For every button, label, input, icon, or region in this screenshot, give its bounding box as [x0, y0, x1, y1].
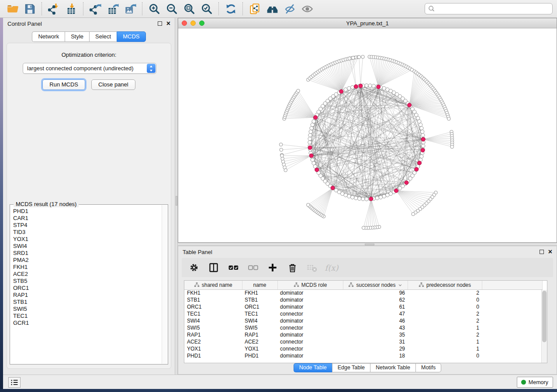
column-header-MCDS-role[interactable]: MCDS role: [277, 281, 343, 289]
result-list-scrollbar[interactable]: [162, 205, 167, 364]
deselect-all-icon[interactable]: [245, 260, 261, 275]
close-panel-button[interactable]: Close panel: [91, 79, 135, 90]
network-node[interactable]: [365, 197, 368, 201]
list-item[interactable]: GCR1: [13, 320, 168, 327]
dominator-node[interactable]: [405, 181, 408, 185]
tab-motifs[interactable]: Motifs: [415, 363, 441, 372]
zoom-fit-icon[interactable]: [180, 1, 198, 17]
dominator-node[interactable]: [315, 168, 319, 172]
network-node[interactable]: [361, 55, 365, 58]
network-node[interactable]: [450, 145, 454, 148]
tab-node-table[interactable]: Node Table: [294, 363, 332, 372]
close-panel-icon[interactable]: ×: [166, 21, 170, 26]
network-node[interactable]: [365, 84, 368, 87]
network-node[interactable]: [309, 130, 312, 133]
network-node[interactable]: [386, 193, 389, 197]
dominator-node[interactable]: [359, 84, 363, 88]
tab-edge-table[interactable]: Edge Table: [332, 363, 370, 372]
network-node[interactable]: [308, 141, 311, 144]
table-row[interactable]: SWI5SWI5connector431: [184, 324, 542, 331]
dominator-node[interactable]: [421, 138, 425, 141]
network-node[interactable]: [420, 155, 423, 158]
table-row[interactable]: TEC1TEC1connector472: [184, 310, 542, 317]
delete-column-icon[interactable]: [284, 260, 300, 275]
close-panel-icon[interactable]: ×: [548, 250, 552, 254]
vertical-splitter[interactable]: [175, 18, 178, 375]
network-node[interactable]: [311, 123, 314, 127]
network-node[interactable]: [357, 55, 361, 59]
network-node[interactable]: [279, 143, 283, 146]
table-settings-icon[interactable]: [186, 260, 202, 275]
network-node[interactable]: [310, 126, 313, 130]
list-item[interactable]: SRD1: [13, 250, 168, 257]
table-row[interactable]: FKH1FKH1dominator962: [184, 289, 542, 296]
network-node[interactable]: [352, 56, 355, 60]
export-table-icon[interactable]: [104, 1, 121, 17]
sort-menu-icon[interactable]: [398, 283, 402, 287]
dominator-node[interactable]: [331, 186, 335, 190]
list-item[interactable]: PMA2: [13, 257, 168, 264]
list-item[interactable]: STB1: [13, 299, 168, 306]
column-header-predecessor-nodes[interactable]: predecessor nodes: [408, 281, 482, 289]
network-node[interactable]: [375, 196, 379, 199]
export-image-icon[interactable]: [121, 1, 139, 17]
network-node[interactable]: [280, 148, 283, 151]
column-header-shared-name[interactable]: shared name: [184, 281, 242, 289]
dominator-node[interactable]: [314, 116, 318, 120]
table-scrollbar[interactable]: [541, 290, 547, 363]
horizontal-splitter[interactable]: [178, 243, 557, 246]
list-item[interactable]: YOX1: [13, 236, 168, 243]
dominator-node[interactable]: [377, 85, 381, 89]
import-network-icon[interactable]: [45, 1, 62, 17]
dominator-node[interactable]: [421, 148, 425, 152]
network-node[interactable]: [419, 123, 422, 127]
list-item[interactable]: RAP1: [13, 292, 168, 299]
import-table-icon[interactable]: [62, 1, 80, 17]
run-mcds-button[interactable]: Run MCDS: [42, 79, 85, 90]
dominator-node[interactable]: [418, 161, 422, 165]
list-item[interactable]: PHD1: [13, 208, 168, 215]
show-all-icon[interactable]: [298, 1, 316, 17]
network-node[interactable]: [382, 86, 386, 90]
tab-select[interactable]: Select: [89, 31, 117, 42]
table-row[interactable]: SWI4SWI4dominator462: [184, 317, 542, 324]
optimization-criterion-select[interactable]: largest connected component (undirected): [23, 63, 156, 74]
network-canvas[interactable]: [178, 28, 557, 242]
dominator-node[interactable]: [408, 103, 412, 107]
network-node[interactable]: [308, 134, 312, 137]
list-item[interactable]: TEC1: [13, 313, 168, 320]
memory-button[interactable]: Memory: [517, 377, 553, 388]
network-node[interactable]: [311, 158, 314, 162]
network-node[interactable]: [347, 86, 351, 90]
first-neighbors-icon[interactable]: [263, 1, 281, 17]
add-column-icon[interactable]: [265, 260, 280, 275]
dominator-node[interactable]: [354, 85, 358, 89]
network-node[interactable]: [350, 196, 354, 199]
list-item[interactable]: ACE2: [13, 271, 168, 278]
network-node[interactable]: [368, 84, 372, 87]
network-node[interactable]: [379, 196, 382, 199]
float-panel-icon[interactable]: [158, 21, 162, 26]
list-item[interactable]: ORC1: [13, 285, 168, 292]
hide-selection-icon[interactable]: [281, 1, 298, 17]
table-row[interactable]: PHD1PHD1dominator180: [184, 352, 542, 359]
zoom-in-icon[interactable]: [145, 1, 163, 17]
table-row[interactable]: ACE2ACE2connector311: [184, 338, 542, 345]
dominator-node[interactable]: [394, 189, 398, 193]
splitter-grip[interactable]: [365, 244, 374, 245]
network-node[interactable]: [354, 196, 357, 199]
float-panel-icon[interactable]: [540, 250, 544, 254]
network-node[interactable]: [361, 197, 365, 201]
network-node[interactable]: [412, 213, 415, 216]
dominator-node[interactable]: [308, 146, 312, 150]
dominator-node[interactable]: [369, 197, 373, 201]
task-history-button[interactable]: [8, 377, 21, 388]
list-item[interactable]: CAR1: [13, 215, 168, 222]
network-node[interactable]: [418, 120, 421, 123]
column-header-name[interactable]: name: [242, 281, 277, 289]
dominator-node[interactable]: [415, 167, 419, 171]
table-row[interactable]: ORC1ORC1dominator610: [184, 303, 542, 310]
network-node[interactable]: [358, 197, 361, 200]
table-row[interactable]: YOX1YOX1connector291: [184, 345, 542, 352]
list-item[interactable]: STP4: [13, 222, 168, 229]
